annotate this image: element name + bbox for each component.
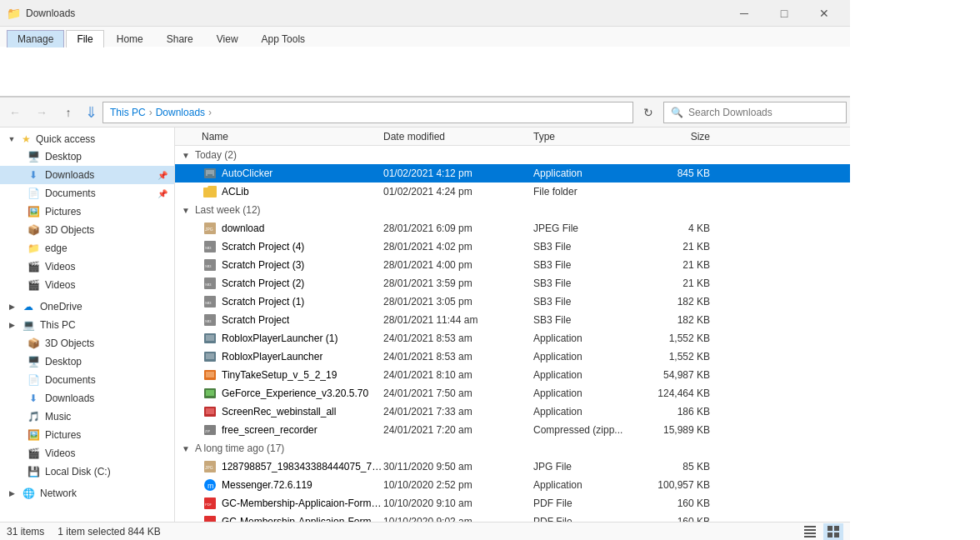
music-icon: 🎵 (27, 410, 40, 423)
table-row[interactable]: RobloxPlayerLauncher 24/01/2021 8:53 am … (175, 348, 850, 366)
local-disk-label: Local Disk (C:) (45, 466, 111, 478)
sidebar-local-disk[interactable]: 💾 Local Disk (C:) (0, 462, 174, 481)
file-type: Application (533, 406, 650, 418)
table-row[interactable]: SB3 Scratch Project (4) 28/01/2021 4:02 … (175, 238, 850, 256)
sidebar-documents-label: Documents (45, 188, 96, 199)
ribbon: Manage File Home Share View App Tools (0, 27, 850, 98)
table-row[interactable]: SB3 Scratch Project (2) 28/01/2021 3:59 … (175, 274, 850, 292)
search-input[interactable] (688, 107, 839, 118)
sidebar-item-desktop[interactable]: 🖥️ Desktop (0, 148, 174, 166)
group-last-week[interactable]: ▼ Last week (12) (175, 201, 850, 219)
forward-button[interactable]: → (30, 101, 53, 124)
table-row[interactable]: SB3 Scratch Project (3) 28/01/2021 4:00 … (175, 256, 850, 274)
minimize-button[interactable]: ─ (725, 0, 763, 27)
file-date: 28/01/2021 4:02 pm (383, 241, 533, 252)
svg-rect-41 (804, 532, 816, 534)
table-row[interactable]: JPG download 28/01/2021 6:09 pm JPEG Fil… (175, 219, 850, 238)
tab-file[interactable]: File (66, 30, 103, 48)
file-date: 10/10/2020 9:02 am (383, 516, 533, 522)
breadcrumb-thispc[interactable]: This PC (110, 107, 146, 118)
file-type: Compressed (zipp... (533, 424, 650, 436)
item-count: 31 items (7, 526, 44, 538)
table-row[interactable]: SB3 Scratch Project (1) 28/01/2021 3:05 … (175, 292, 850, 311)
file-size: 4 KB (650, 222, 717, 234)
group-long-ago[interactable]: ▼ A long time ago (17) (175, 439, 850, 458)
sidebar-quick-access[interactable]: ▼ ★ Quick access (0, 131, 174, 148)
network-chevron: ▶ (7, 488, 17, 498)
sidebar-pc-desktop[interactable]: 🖥️ Desktop (0, 352, 174, 371)
col-header-size[interactable]: Size (650, 131, 717, 142)
sidebar-this-pc[interactable]: ▶ 💻 This PC (0, 316, 174, 334)
file-type: Application (533, 168, 650, 179)
sidebar-pc-downloads[interactable]: ⬇ Downloads (0, 389, 174, 408)
sidebar-item-pictures[interactable]: 🖼️ Pictures (0, 202, 174, 221)
file-size: 182 KB (650, 314, 717, 326)
table-row[interactable]: m Messenger.72.6.119 10/10/2020 2:52 pm … (175, 476, 850, 494)
col-header-name[interactable]: Name (175, 131, 383, 142)
sidebar-item-downloads[interactable]: ⬇ Downloads 📌 (0, 166, 174, 184)
sidebar-3d-objects[interactable]: 📦 3D Objects (0, 334, 174, 352)
sidebar-pc-music[interactable]: 🎵 Music (0, 408, 174, 426)
sidebar-pc-documents[interactable]: 📄 Documents (0, 371, 174, 389)
file-date: 01/02/2021 4:12 pm (383, 168, 533, 179)
table-row[interactable]: ZIP free_screen_recorder 24/01/2021 7:20… (175, 421, 850, 439)
sidebar-item-edge[interactable]: 📁 edge (0, 239, 174, 258)
col-header-type[interactable]: Type (533, 131, 650, 142)
sidebar-pc-pictures[interactable]: 🖼️ Pictures (0, 426, 174, 444)
ribbon-content (0, 47, 850, 97)
sidebar-item-documents[interactable]: 📄 Documents 📌 (0, 184, 174, 202)
sidebar-pictures-label: Pictures (45, 206, 81, 218)
table-row[interactable]: RobloxPlayerLauncher (1) 24/01/2021 8:53… (175, 329, 850, 348)
sidebar-videos2-label: Videos (45, 279, 75, 291)
file-size: 182 KB (650, 296, 717, 308)
geforce-icon (202, 387, 218, 400)
file-date: 30/11/2020 9:50 am (383, 461, 533, 472)
table-row[interactable]: GeForce_Experience_v3.20.5.70 24/01/2021… (175, 384, 850, 402)
file-name: GC-Membership-Applicaion-Form (222, 516, 371, 522)
col-header-date[interactable]: Date modified (383, 131, 533, 142)
back-button[interactable]: ← (3, 101, 27, 124)
tab-home[interactable]: Home (106, 30, 154, 48)
tab-apptools[interactable]: App Tools (251, 30, 316, 48)
file-date: 24/01/2021 8:53 am (383, 351, 533, 362)
table-row[interactable]: ScreenRec_webinstall_all 24/01/2021 7:33… (175, 402, 850, 421)
sidebar-item-videos2[interactable]: 🎬 Videos (0, 276, 174, 294)
table-row[interactable]: TinyTakeSetup_v_5_2_19 24/01/2021 8:10 a… (175, 366, 850, 384)
group-today[interactable]: ▼ Today (2) (175, 146, 850, 164)
nav-bar: ← → ↑ ⇓ This PC › Downloads › ↻ 🔍 (0, 98, 850, 128)
breadcrumb-downloads[interactable]: Downloads (156, 107, 205, 118)
file-type: Application (533, 351, 650, 362)
sidebar-item-3dobjects[interactable]: 📦 3D Objects (0, 221, 174, 239)
svg-rect-39 (804, 526, 816, 528)
roblox0-icon (202, 350, 218, 363)
pc-documents-label: Documents (45, 374, 96, 386)
table-row[interactable]: JPG 128798857_198343388444075_7514284742… (175, 458, 850, 476)
pictures-icon: 🖼️ (27, 205, 40, 218)
large-icons-view-button[interactable] (823, 523, 843, 540)
refresh-button[interactable]: ↻ (637, 101, 660, 124)
lastweek-chevron: ▼ (182, 206, 190, 215)
sidebar-item-videos[interactable]: 🎬 Videos (0, 258, 174, 276)
sidebar-onedrive[interactable]: ▶ ☁ OneDrive (0, 298, 174, 316)
sidebar-pc-videos[interactable]: 🎬 Videos (0, 444, 174, 462)
sidebar-network[interactable]: ▶ 🌐 Network (0, 484, 174, 502)
table-row[interactable]: ACLib 01/02/2021 4:24 pm File folder (175, 182, 850, 201)
svg-rect-2 (208, 174, 212, 176)
tab-manage[interactable]: Manage (7, 30, 64, 48)
svg-rect-42 (804, 536, 816, 538)
file-type: Application (533, 479, 650, 491)
maximize-button[interactable]: □ (765, 0, 803, 27)
up-button[interactable]: ↑ (57, 101, 80, 124)
file-size: 21 KB (650, 241, 717, 252)
documents-icon: 📄 (27, 187, 40, 200)
close-button[interactable]: ✕ (805, 0, 843, 27)
table-row[interactable]: SB3 Scratch Project 28/01/2021 11:44 am … (175, 311, 850, 329)
aclib-icon (202, 185, 218, 198)
tab-share[interactable]: Share (156, 30, 204, 48)
details-view-button[interactable] (800, 523, 820, 540)
table-row[interactable]: PDF GC-Membership-Applicaion-Form (1) 10… (175, 494, 850, 512)
table-row[interactable]: PDF GC-Membership-Applicaion-Form 10/10/… (175, 512, 850, 522)
breadcrumb[interactable]: This PC › Downloads › (102, 102, 633, 123)
table-row[interactable]: AutoClicker 01/02/2021 4:12 pm Applicati… (175, 164, 850, 182)
tab-view[interactable]: View (206, 30, 249, 48)
